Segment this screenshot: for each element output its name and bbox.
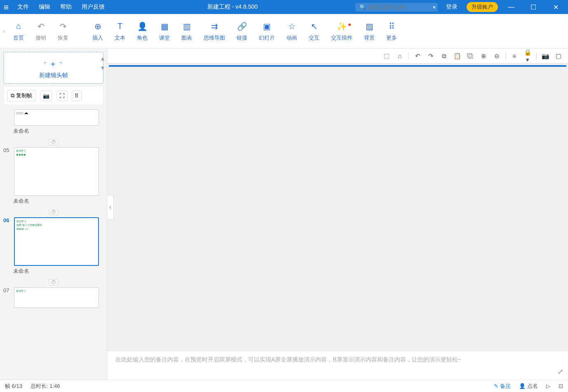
thumb-group: 05 新知学习▣▣▣▣ 未命名 [3,147,103,205]
thumb-separator-icon[interactable]: ⏱ [49,209,59,216]
tool-chart[interactable]: ▥图表 [176,21,198,42]
tool-text[interactable]: T文本 [109,21,131,42]
canvas-tool-crop-icon[interactable]: ⬚ [382,52,391,60]
present-icon: ⊡ [559,383,563,389]
text-icon: T [115,21,125,32]
thumb-image[interactable]: 新知学习▣▣▣▣ [14,147,99,196]
total-duration: 总时长: 1:46 [31,383,60,390]
mindmap-icon: ⇉ [209,21,220,32]
menu-edit[interactable]: 编辑 [34,3,55,11]
notes-panel[interactable]: 在此处输入您的备注内容，在预览时开启双屏模式，可以实现A屏全屏播放演示内容，B屏… [107,351,568,380]
play-button[interactable]: ▷ [546,383,550,389]
menu-file[interactable]: 文件 [12,3,34,11]
canvas-tool-redo-icon[interactable]: ↷ [426,52,435,60]
chart-icon: ▥ [181,21,192,32]
thumb-label: 未命名 [13,127,103,135]
canvas-tool-screen-icon[interactable]: ▢ [554,52,563,60]
minimize-button[interactable]: — [502,3,520,11]
tool-label: 背景 [364,34,375,42]
star-icon: ☆ [286,21,297,32]
notes-icon: ✎ [494,383,498,389]
rollcall-button[interactable]: 👤点名 [519,383,538,390]
deco-pencil-icon [535,65,566,67]
grid-icon: ⠿ [386,21,397,32]
sidebar-down-icon[interactable]: ▾ [101,64,104,72]
tool-link[interactable]: 🔗链接 [231,21,253,42]
thumb-separator-icon[interactable]: ⏱ [49,139,59,146]
tool-role[interactable]: 👤角色 [131,21,153,42]
tool-label: 交互组件 [331,34,352,42]
search-icon: 🔍 [359,4,366,10]
tool-mindmap[interactable]: ⇉思维导图 [198,21,231,42]
thumb-image[interactable]: ▢▢▢ ◢◣ [14,109,99,126]
menu-feedback[interactable]: 用户反馈 [77,3,110,11]
canvas-tool-undo-icon[interactable]: ↶ [413,52,422,60]
sidebar-up-icon[interactable]: ▴ [101,54,104,62]
tool-home[interactable]: ⌂首页 [7,21,30,42]
canvas-tool-camera-icon[interactable]: 📷 [541,52,550,60]
login-button[interactable]: 登录 [441,3,462,11]
tool-label: 动画 [286,34,297,42]
canvas-tool-lock-icon[interactable]: 🔒▾ [523,49,532,63]
present-button[interactable]: ⊡ [559,383,563,389]
maximize-button[interactable]: ☐ [524,3,542,11]
canvas-tool-zoomout-icon[interactable]: ⊖ [492,52,501,60]
new-frame-button[interactable]: ⌜ + ⌝ 新建镜头帧 [3,52,103,84]
cursor-icon: ↖ [309,21,319,32]
close-button[interactable]: ✕ [547,3,565,11]
thumb-image-active[interactable]: 新知学习如图 每个小方格的面积▤▤▤ ◇□ [14,217,99,266]
tool-bg[interactable]: ▨背景 [358,21,380,42]
menu-help[interactable]: 帮助 [55,3,77,11]
canvas-tool-paste-icon[interactable]: 📋 [453,52,462,60]
thumb-separator-icon[interactable]: ⏱ [49,279,59,286]
person-icon: 👤 [519,383,526,389]
slide-canvas[interactable]: 新知学习 探究：等腰直角三角形有上述性质，其他直角三角形也就这个性质吗? 如图：… [109,65,566,67]
notes-placeholder: 在此处输入您的备注内容，在预览时开启双屏模式，可以实现A屏全屏播放演示内容，B屏… [115,356,461,363]
tool-class[interactable]: ▦课堂 [153,21,176,42]
tool-redo[interactable]: ↷恢复 [52,21,74,42]
tool-label: 撤销 [35,34,46,42]
tool-undo[interactable]: ↶撤销 [30,21,52,42]
tool-anim[interactable]: ☆动画 [281,21,303,42]
dots-icon: ⠿ [75,93,79,99]
tool-label: 课堂 [159,34,170,42]
thumb-image[interactable]: 新知学习 [14,287,99,308]
tool-component[interactable]: ✨交互组件 [325,21,358,42]
copy-frame-button[interactable]: ⧉复制帧 [7,90,36,101]
statusbar: 帧 6/13 总时长: 1:46 ✎备注 👤点名 ▷ ⊡ [0,380,568,392]
copy-frame-label: 复制帧 [16,92,32,99]
search-input[interactable] [368,4,430,10]
thumb-group: ▢▢▢ ◢◣ 未命名 [3,109,103,135]
notes-toggle[interactable]: ✎备注 [494,383,511,390]
grid-button[interactable]: ⠿ [72,91,82,101]
canvas-tool-dup-icon[interactable]: ⿻ [466,52,475,59]
canvas-tool-zoomin-icon[interactable]: ⊕ [479,52,488,60]
expand-icon[interactable]: ⤢ [558,368,563,376]
tool-interact[interactable]: ↖交互 [303,21,325,42]
tool-more[interactable]: ⠿更多 [380,21,403,42]
thumb-label: 未命名 [13,197,103,205]
plus-icon: + [51,60,56,69]
tool-slide[interactable]: ▣幻灯片 [253,21,281,42]
window-title: 新建工程 - v4.8.500 [110,3,355,11]
canvas-tool-copy-icon[interactable]: ⧉ [439,52,448,60]
canvas-tool-align-icon[interactable]: ≡ [510,52,519,59]
scan-button[interactable]: ⛶ [56,91,68,101]
play-icon: ▷ [546,383,550,389]
canvas-tool-home-icon[interactable]: ⌂ [395,52,404,59]
camera-button[interactable]: 📷 [40,91,52,101]
link-icon: 🔗 [237,21,247,32]
chevron-down-icon[interactable]: ▾ [433,4,436,10]
person-icon: 👤 [137,21,148,32]
new-frame-label: 新建镜头帧 [4,72,103,79]
canvas-wrap: ⬚ ⌂ ↶ ↷ ⧉ 📋 ⿻ ⊕ ⊖ ≡ 🔒▾ 📷 ▢ ‹ [107,49,568,380]
upgrade-button[interactable]: 升级账户 [467,2,498,12]
sidebar-collapse-button[interactable]: ‹ [107,195,114,220]
toolbar-scroll-left[interactable]: ‹ [0,28,7,34]
thumb-number: 06 [3,217,12,223]
deco-capsule2-icon [513,65,560,67]
search-box[interactable]: 🔍 ▾ [355,3,438,12]
tool-label: 链接 [237,34,247,42]
tool-insert[interactable]: ⊕插入 [87,21,109,42]
canvas-toolbar: ⬚ ⌂ ↶ ↷ ⧉ 📋 ⿻ ⊕ ⊖ ≡ 🔒▾ 📷 ▢ [107,49,568,63]
